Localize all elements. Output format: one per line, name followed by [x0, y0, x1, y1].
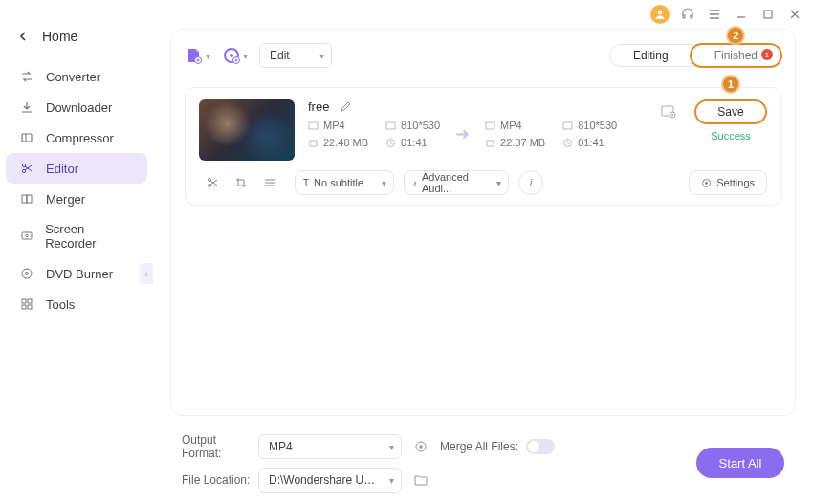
- svg-rect-3: [22, 195, 27, 203]
- effects-icon[interactable]: [262, 175, 277, 190]
- status-text: Success: [711, 130, 751, 142]
- settings-button[interactable]: Settings: [689, 170, 767, 195]
- merger-icon: [19, 191, 34, 207]
- svg-point-32: [419, 445, 423, 449]
- svg-rect-12: [28, 305, 32, 309]
- close-icon[interactable]: [786, 6, 803, 23]
- sidebar-item-tools[interactable]: Tools: [6, 289, 147, 319]
- start-all-button[interactable]: Start All: [696, 448, 784, 478]
- file-location-label: File Location:: [182, 473, 258, 487]
- start-all-label: Start All: [719, 456, 762, 471]
- maximize-icon[interactable]: [759, 6, 777, 23]
- svg-point-6: [25, 234, 28, 237]
- svg-rect-22: [486, 122, 494, 129]
- svg-rect-11: [22, 305, 26, 309]
- video-thumbnail[interactable]: [199, 99, 295, 161]
- sidebar-item-label: Screen Recorder: [45, 222, 134, 251]
- svg-rect-5: [22, 232, 32, 239]
- svg-point-8: [26, 273, 29, 275]
- user-avatar[interactable]: [650, 5, 670, 24]
- save-button[interactable]: Save: [694, 99, 767, 124]
- sidebar-item-label: Compressor: [46, 131, 114, 145]
- sidebar-item-label: Converter: [46, 70, 100, 84]
- save-label: Save: [717, 105, 743, 119]
- in-format: MP4: [323, 120, 345, 131]
- svg-point-7: [22, 269, 32, 278]
- minimize-icon[interactable]: [733, 6, 750, 23]
- open-folder-icon[interactable]: [411, 471, 430, 490]
- settings-label: Settings: [716, 177, 755, 188]
- arrow-right-icon: ➜: [455, 123, 470, 144]
- collapse-sidebar-button[interactable]: ‹: [140, 263, 153, 284]
- download-icon: [19, 99, 34, 115]
- file-settings-icon[interactable]: [656, 99, 681, 124]
- output-settings-icon[interactable]: [411, 437, 430, 456]
- support-icon[interactable]: [679, 6, 696, 23]
- compressor-icon: [19, 130, 34, 145]
- sidebar-item-dvd-burner[interactable]: DVD Burner: [6, 258, 147, 289]
- svg-rect-10: [28, 299, 32, 303]
- sidebar-item-merger[interactable]: Merger: [6, 184, 147, 214]
- info-button[interactable]: i: [518, 170, 543, 195]
- svg-rect-19: [309, 122, 318, 129]
- sidebar-item-label: DVD Burner: [46, 267, 113, 281]
- output-format-value: MP4: [269, 440, 293, 453]
- audio-dropdown[interactable]: ♪Advanced Audi...: [404, 170, 509, 195]
- trim-icon[interactable]: [205, 175, 220, 190]
- sidebar-item-label: Merger: [46, 192, 85, 207]
- file-location-dropdown[interactable]: D:\Wondershare UniConverter 1: [258, 468, 402, 493]
- svg-point-13: [658, 11, 662, 14]
- merge-all-toggle[interactable]: [526, 439, 555, 454]
- svg-rect-20: [386, 122, 395, 129]
- scissors-icon: [19, 161, 34, 176]
- add-file-button[interactable]: ▾: [185, 46, 210, 65]
- file-title: free: [308, 99, 329, 114]
- sidebar-item-editor[interactable]: Editor: [6, 153, 147, 184]
- converter-icon: [19, 69, 34, 84]
- tab-finished[interactable]: 2 Finished 1: [690, 43, 782, 68]
- subtitle-dropdown[interactable]: TNo subtitle: [295, 170, 394, 195]
- sidebar-item-label: Downloader: [46, 100, 112, 115]
- out-size: 22.37 MB: [500, 137, 545, 148]
- svg-rect-23: [563, 122, 572, 129]
- output-format-label: Output Format:: [182, 433, 258, 460]
- merge-all-label: Merge All Files:: [440, 440, 526, 453]
- chevron-left-icon: [19, 32, 29, 41]
- back-home[interactable]: Home: [0, 29, 153, 61]
- add-dvd-button[interactable]: ▾: [222, 46, 248, 65]
- menu-icon[interactable]: [706, 6, 723, 23]
- svg-rect-4: [27, 195, 32, 203]
- sidebar-item-screen-recorder[interactable]: Screen Recorder: [6, 214, 147, 258]
- svg-rect-9: [22, 299, 26, 303]
- svg-rect-0: [22, 134, 32, 142]
- edit-title-icon[interactable]: [339, 100, 352, 114]
- output-format-dropdown[interactable]: MP4: [258, 434, 402, 459]
- file-card: free MP4 810*530 22.48 MB 01:41 ➜: [185, 87, 781, 206]
- tab-label: Editing: [633, 49, 669, 62]
- tab-editing[interactable]: Editing: [610, 45, 692, 66]
- home-label: Home: [42, 29, 77, 44]
- svg-rect-14: [764, 11, 772, 18]
- out-duration: 01:41: [578, 137, 604, 148]
- in-resolution: 810*530: [401, 120, 440, 131]
- grid-icon: [19, 296, 34, 312]
- mode-dropdown[interactable]: Edit: [259, 43, 332, 68]
- out-resolution: 810*530: [578, 120, 617, 131]
- sidebar-item-downloader[interactable]: Downloader: [6, 92, 147, 122]
- callout-2: 2: [726, 26, 745, 45]
- crop-icon[interactable]: [233, 175, 249, 190]
- subtitle-value: No subtitle: [314, 177, 363, 188]
- sidebar-item-converter[interactable]: Converter: [6, 61, 147, 92]
- sidebar-item-label: Editor: [46, 162, 78, 176]
- recorder-icon: [19, 229, 33, 244]
- sidebar-item-compressor[interactable]: Compressor: [6, 122, 147, 153]
- sidebar-item-label: Tools: [46, 297, 75, 312]
- callout-1: 1: [721, 75, 740, 94]
- audio-value: Advanced Audi...: [422, 171, 487, 194]
- disc-icon: [19, 266, 34, 281]
- svg-point-30: [705, 182, 708, 185]
- file-location-value: D:\Wondershare UniConverter 1: [269, 473, 380, 487]
- finished-badge: 1: [761, 49, 773, 60]
- svg-point-17: [230, 54, 233, 57]
- in-duration: 01:41: [401, 137, 428, 148]
